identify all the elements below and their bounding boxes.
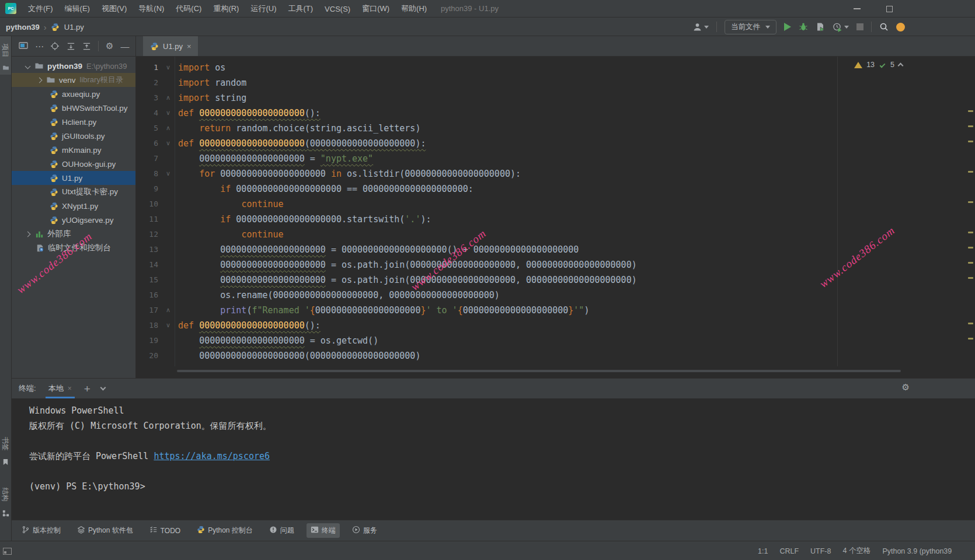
fold-marker[interactable]: ∨ — [162, 166, 175, 181]
menu-视图(V)[interactable]: 视图(V) — [96, 4, 133, 14]
code-with-me-avatar[interactable] — [896, 23, 905, 32]
chevron-right-icon[interactable] — [37, 77, 43, 83]
menu-VCS(S)[interactable]: VCS(S) — [319, 5, 356, 13]
status-item-Python 3.9 (python39[interactable]: Python 3.9 (python39 — [882, 547, 952, 555]
tool-window-button-Python 软件包[interactable]: Python 软件包 — [73, 523, 137, 538]
status-item-CRLF[interactable]: CRLF — [779, 547, 799, 555]
menu-代码(C)[interactable]: 代码(C) — [170, 4, 207, 14]
collapse-all-button[interactable] — [82, 42, 91, 51]
hide-panel-button[interactable]: — — [120, 42, 129, 51]
status-item-4 个空格[interactable]: 4 个空格 — [842, 546, 870, 556]
fold-marker[interactable]: ∧ — [162, 121, 175, 136]
menu-工具(T)[interactable]: 工具(T) — [282, 4, 319, 14]
status-item-UTF-8[interactable]: UTF-8 — [810, 547, 831, 555]
code-line[interactable]: 18∨def 00000000000000000000(): — [136, 318, 975, 333]
debug-button[interactable] — [799, 22, 808, 32]
chevron-up-icon[interactable] — [898, 63, 904, 69]
menu-帮助(H)[interactable]: 帮助(H) — [395, 4, 433, 14]
code-line[interactable]: 1∨import os — [136, 60, 975, 75]
close-icon[interactable]: × — [68, 384, 72, 393]
editor-tab-u1py[interactable]: U1.py × — [143, 36, 198, 56]
code-line[interactable]: 21 input("Press enter to exit...") — [136, 363, 975, 366]
bookmarks-tool-button[interactable]: 书签 — [0, 437, 10, 451]
tool-window-button-TODO[interactable]: TODO — [145, 523, 184, 538]
chevron-down-icon[interactable] — [100, 385, 106, 391]
breadcrumb-file[interactable]: U1.py — [64, 23, 84, 32]
terminal-link[interactable]: https://aka.ms/pscore6 — [154, 451, 270, 461]
new-terminal-button[interactable]: + — [84, 383, 90, 394]
tree-item-外部库[interactable]: 外部库 — [12, 227, 135, 241]
code-line[interactable]: 19 00000000000000000000 = os.getcwd() — [136, 333, 975, 348]
code-line[interactable]: 16 os.rename(00000000000000000000, 00000… — [136, 288, 975, 303]
search-everywhere-button[interactable] — [879, 22, 889, 32]
fold-marker[interactable]: ∨ — [162, 136, 175, 151]
menu-编辑(E)[interactable]: 编辑(E) — [59, 4, 96, 14]
code-line[interactable]: 12 continue — [136, 227, 975, 242]
code-line[interactable]: 17∧ print(f"Renamed '{000000000000000000… — [136, 303, 975, 318]
tree-item-python39[interactable]: python39E:\python39 — [12, 59, 135, 73]
gear-icon[interactable]: ⚙ — [106, 42, 113, 51]
tree-item-OUHook-gui.py[interactable]: OUHook-gui.py — [12, 157, 135, 171]
maximize-icon[interactable] — [886, 6, 893, 12]
code-line[interactable]: 5∧ return random.choice(string.ascii_let… — [136, 121, 975, 136]
breadcrumb-project[interactable]: python39 — [6, 23, 40, 32]
user-button[interactable] — [692, 22, 709, 32]
tree-item-Hclient.py[interactable]: Hclient.py — [12, 115, 135, 129]
tree-item-XNypt1.py[interactable]: XNypt1.py — [12, 199, 135, 213]
tree-item-Utxt提取卡密.py[interactable]: Utxt提取卡密.py — [12, 185, 135, 199]
code-line[interactable]: 4∨def 00000000000000000000(): — [136, 106, 975, 121]
close-icon[interactable]: × — [187, 42, 191, 51]
code-line[interactable]: 8∨ for 00000000000000000000 in os.listdi… — [136, 166, 975, 181]
code-line[interactable]: 3∧import string — [136, 90, 975, 106]
menu-文件(F)[interactable]: 文件(F) — [22, 4, 59, 14]
stop-button[interactable] — [856, 23, 863, 30]
status-item-1:1[interactable]: 1:1 — [758, 547, 768, 555]
terminal-output[interactable]: Windows PowerShell版权所有 (C) Microsoft Cor… — [12, 398, 975, 494]
editor[interactable]: 1∨import os2import random3∧import string… — [136, 57, 975, 378]
tool-window-button-版本控制[interactable]: 版本控制 — [18, 523, 65, 538]
tree-item-mKmain.py[interactable]: mKmain.py — [12, 143, 135, 157]
chevron-right-icon[interactable] — [25, 231, 31, 237]
structure-tool-button[interactable]: 结构 — [0, 488, 10, 502]
tool-window-button-Python 控制台[interactable]: Python 控制台 — [193, 523, 257, 538]
code-line[interactable]: 9 if 00000000000000000000 == 00000000000… — [136, 181, 975, 197]
inspections-widget[interactable]: 13 5 — [852, 61, 905, 69]
tree-item-jGUItools.py[interactable]: jGUItools.py — [12, 129, 135, 143]
fold-marker[interactable]: ∧ — [162, 90, 175, 106]
tool-window-button-终端[interactable]: 终端 — [307, 523, 340, 538]
tool-window-layout-icon[interactable] — [3, 548, 12, 555]
tree-item-venv[interactable]: venvlibrary根目录 — [12, 73, 135, 87]
menu-重构(R)[interactable]: 重构(R) — [207, 4, 245, 14]
fold-marker[interactable]: ∨ — [162, 106, 175, 121]
code-line[interactable]: 11 if 00000000000000000000.startswith('.… — [136, 212, 975, 227]
code-line[interactable]: 6∨def 00000000000000000000(0000000000000… — [136, 136, 975, 151]
terminal-tab-local[interactable]: 本地 × — [47, 379, 74, 398]
code-line[interactable]: 7 00000000000000000000 = "nypt.exe" — [136, 151, 975, 166]
chevron-down-icon[interactable] — [25, 63, 31, 69]
terminal-settings-gear-icon[interactable]: ⚙ — [902, 383, 910, 392]
select-opened-file-button[interactable] — [50, 41, 60, 51]
run-button[interactable] — [784, 23, 791, 31]
code-line[interactable]: 15 00000000000000000000 = os.path.join(0… — [136, 272, 975, 288]
minimize-icon[interactable] — [854, 8, 861, 9]
menu-窗口(W)[interactable]: 窗口(W) — [356, 4, 395, 14]
fold-marker[interactable]: ∨ — [162, 60, 175, 75]
run-configuration-select[interactable]: 当前文件 — [725, 20, 776, 34]
code-line[interactable]: 10 continue — [136, 197, 975, 212]
fold-marker[interactable]: ∧ — [162, 303, 175, 318]
more-options-icon[interactable]: ⋯ — [35, 42, 43, 51]
tree-item-U1.py[interactable]: U1.py — [12, 171, 135, 185]
project-view-mode-button[interactable] — [19, 42, 28, 50]
horizontal-scrollbar[interactable] — [177, 370, 901, 372]
tree-item-bHWSwitchTool.py[interactable]: bHWSwitchTool.py — [12, 101, 135, 115]
profile-button[interactable] — [833, 22, 849, 32]
tool-window-button-服务[interactable]: 服务 — [348, 523, 381, 538]
expand-all-button[interactable] — [67, 42, 75, 51]
menu-导航(N)[interactable]: 导航(N) — [133, 4, 170, 14]
tree-item-yUOigserve.py[interactable]: yUOigserve.py — [12, 213, 135, 227]
fold-marker[interactable]: ∨ — [162, 318, 175, 333]
code-line[interactable]: 2import random — [136, 75, 975, 90]
tool-window-button-问题[interactable]: 问题 — [265, 523, 298, 538]
run-file-in-console-button[interactable] — [816, 22, 825, 32]
code-line[interactable]: 20 00000000000000000000(0000000000000000… — [136, 348, 975, 363]
